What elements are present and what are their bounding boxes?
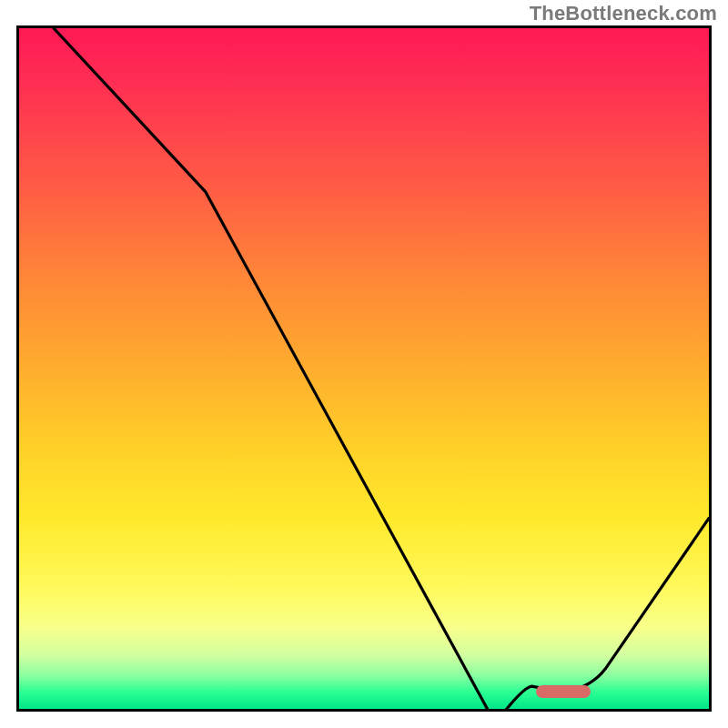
plot-area [16,25,712,712]
optimal-marker [536,685,592,698]
chart-container: TheBottleneck.com [0,0,728,728]
bottleneck-curve-path [54,28,709,709]
watermark-text: TheBottleneck.com [530,2,717,25]
curve-layer [19,28,709,709]
